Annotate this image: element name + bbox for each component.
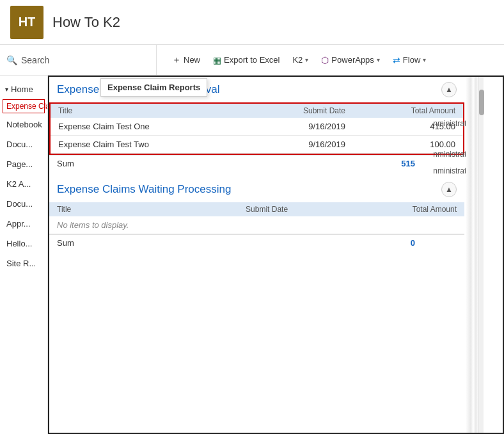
content-area: Expense Claim Reports ↙ Epense Claim Tit… xyxy=(48,76,504,434)
tooltip-box: Expense Claim Reports xyxy=(100,78,207,97)
processing-sum-value: 0 xyxy=(411,238,415,248)
export-button[interactable]: ▦ Export to Excel xyxy=(208,52,285,68)
no-items-row: No items to display. xyxy=(49,216,464,234)
powerapps-icon: ⬡ xyxy=(321,55,329,65)
col-title-th: Title xyxy=(51,104,247,118)
processing-sum-row: Sum 0 xyxy=(49,234,464,251)
approval-sum-label: Sum xyxy=(57,159,74,168)
approval-sum-value: 515 xyxy=(401,159,415,168)
toolbar: 🔍 Search ＋ New ▦ Export to Excel K2 ▾ ⬡ … xyxy=(0,45,504,76)
right-item-2: nministrato xyxy=(433,132,471,163)
col-submit-th: Submit Date xyxy=(247,104,353,118)
sidebar-item-docu2[interactable]: Docu... xyxy=(0,194,47,214)
powerapps-button[interactable]: ⬡ PowerApps ▾ xyxy=(316,52,384,68)
right-item-1: nministrato xyxy=(433,115,471,132)
no-items-text: No items to display. xyxy=(49,216,464,234)
app-title: How To K2 xyxy=(52,14,120,31)
col-title-th2: Title xyxy=(49,202,133,216)
right-col-items: nministrato nministrato nministrato xyxy=(433,115,471,179)
section-processing-title: Expense Claims Waiting Processing xyxy=(57,183,231,196)
sidebar-item-hello[interactable]: Hello... xyxy=(0,234,47,253)
highlighted-table-wrapper: Title Submit Date Total Amount Expense C… xyxy=(49,102,464,155)
processing-sum-label: Sum xyxy=(57,238,74,248)
popup-card: nministrato nministrato nministrato Expe… xyxy=(48,76,504,434)
chevron-down-icon: ▾ xyxy=(305,56,308,63)
row1-date: 9/16/2019 xyxy=(247,118,353,136)
chevron-down-icon-3: ▾ xyxy=(423,56,426,63)
search-icon: 🔍 xyxy=(6,55,17,65)
row1-title: Expense Claim Test One xyxy=(51,118,247,136)
excel-icon: ▦ xyxy=(213,55,221,65)
sidebar-item-site[interactable]: Site R... xyxy=(0,253,47,273)
col-submit-th2: Submit Date xyxy=(133,202,295,216)
table-row[interactable]: Expense Claim Test One 9/16/2019 415.00 xyxy=(51,118,463,136)
chevron-down-icon-home: ▾ xyxy=(5,86,8,93)
col-amount-th2: Total Amount xyxy=(295,202,464,216)
table-row[interactable]: Expense Claim Test Two 9/16/2019 100.00 xyxy=(51,136,463,154)
row2-date: 9/16/2019 xyxy=(247,136,353,154)
flow-button[interactable]: ⇄ Flow ▾ xyxy=(388,52,431,68)
approval-table-header: Title Submit Date Total Amount xyxy=(51,104,463,118)
section-approval-collapse[interactable]: ▲ xyxy=(441,82,457,97)
row2-title: Expense Claim Test Two xyxy=(51,136,247,154)
new-button[interactable]: ＋ New xyxy=(167,52,205,68)
approval-table: Title Submit Date Total Amount Expense C… xyxy=(51,104,463,154)
sidebar-nav-expense-claim[interactable]: Expense Claim R... xyxy=(3,99,45,113)
approval-sum-row: Sum 515 xyxy=(49,155,464,172)
processing-table-header: Title Submit Date Total Amount xyxy=(49,202,464,216)
search-area[interactable]: 🔍 Search xyxy=(6,45,157,75)
sidebar-item-home[interactable]: ▾ Home xyxy=(0,81,47,98)
section-processing-header: Expense Claims Waiting Processing ▲ xyxy=(49,177,464,202)
app-logo: HT xyxy=(10,6,43,39)
sidebar-item-appr[interactable]: Appr... xyxy=(0,214,47,234)
plus-icon: ＋ xyxy=(172,54,181,66)
app-header: HT How To K2 xyxy=(0,0,504,45)
section-processing-collapse[interactable]: ▲ xyxy=(441,182,457,197)
processing-table: Title Submit Date Total Amount No items … xyxy=(49,202,464,234)
sidebar-item-page[interactable]: Page... xyxy=(0,154,47,174)
search-label: Search xyxy=(21,55,49,65)
flow-icon: ⇄ xyxy=(393,55,400,65)
toolbar-actions: ＋ New ▦ Export to Excel K2 ▾ ⬡ PowerApps… xyxy=(157,52,431,68)
scroll-track[interactable] xyxy=(478,77,484,433)
main-layout: ▾ Home Expense Claim R... Notebook Docu.… xyxy=(0,76,504,434)
sidebar: ▾ Home Expense Claim R... Notebook Docu.… xyxy=(0,76,48,434)
chevron-down-icon-2: ▾ xyxy=(377,56,380,63)
k2-button[interactable]: K2 ▾ xyxy=(287,52,313,67)
sidebar-item-k2a[interactable]: K2 A... xyxy=(0,174,47,194)
sidebar-item-docu[interactable]: Docu... xyxy=(0,134,47,154)
scroll-thumb xyxy=(479,90,484,115)
sidebar-item-notebook[interactable]: Notebook xyxy=(0,115,47,134)
section-processing: Expense Claims Waiting Processing ▲ Titl… xyxy=(49,177,464,251)
right-item-3: nministrato xyxy=(433,163,471,179)
